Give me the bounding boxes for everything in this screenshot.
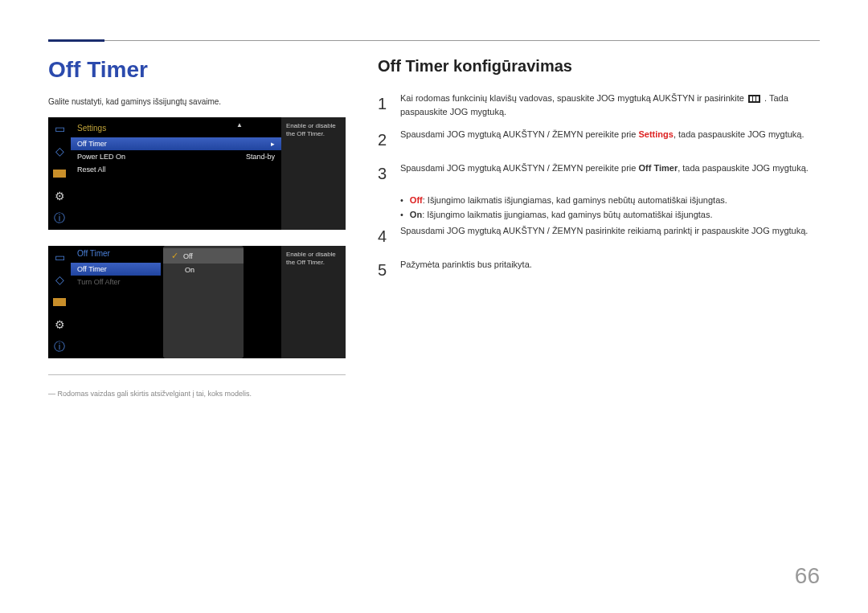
menu-item-label: Power LED On: [77, 153, 125, 161]
color-icon: [49, 163, 70, 184]
osd-hint: Enable or disable the Off Timer.: [281, 246, 346, 358]
monitor-icon: ▭: [49, 247, 70, 268]
step-3-sub-off: • Off: Išjungimo laikmatis išjungiamas, …: [400, 195, 820, 205]
footnote: ― Rodomas vaizdas gali skirtis atsižvelg…: [48, 390, 346, 398]
step-5: 5 Pažymėta parinktis bus pritaikyta.: [378, 258, 820, 282]
osd-hint: Enable or disable the Off Timer.: [281, 117, 346, 230]
page-number: 66: [795, 563, 820, 589]
info-icon: ⓘ: [49, 208, 70, 229]
color-icon: [49, 292, 70, 313]
check-icon: ✓: [171, 251, 178, 261]
osd-menu-list: Settings ▲ Off Timer ▸ Power LED On Stan…: [71, 117, 281, 230]
top-rule: [48, 40, 820, 41]
scroll-up-icon: ▲: [236, 121, 243, 129]
info-icon: ⓘ: [49, 337, 70, 358]
chevron-right-icon: ▸: [271, 140, 275, 148]
picture-icon: ◇: [49, 269, 70, 290]
gear-icon: ⚙: [49, 314, 70, 335]
step-1: 1 Kai rodomas funkcinių klavišų vadovas,…: [378, 92, 820, 118]
step-2: 2 Spausdami JOG mygtuką AUKŠTYN / ŽEMYN …: [378, 128, 820, 152]
menu-item-label: Turn Off After: [77, 278, 121, 286]
step-number: 5: [378, 258, 391, 282]
submenu-item-on[interactable]: On: [163, 264, 244, 276]
menu-item-power-led[interactable]: Power LED On Stand-by: [71, 150, 281, 163]
menu-item-off-timer[interactable]: Off Timer ▸: [71, 137, 281, 150]
menu-item-label: Off Timer: [77, 265, 107, 273]
osd-off-timer: ▭ ◇ ⚙ ⓘ Off Timer Off Timer: [48, 246, 346, 358]
step-number: 3: [378, 161, 391, 186]
menu-item-off-timer-2[interactable]: Off Timer: [71, 263, 161, 276]
osd-menu-icon: [748, 95, 760, 103]
osd2-title: Off Timer: [71, 246, 161, 263]
section-desc: Galite nustatyti, kad gaminys išsijungtų…: [48, 97, 346, 106]
osd-sidebar: ▭ ◇ ⚙ ⓘ: [48, 117, 71, 230]
gear-icon: ⚙: [49, 186, 70, 206]
step-number: 1: [378, 92, 391, 118]
submenu-item-off[interactable]: ✓ Off: [163, 248, 244, 264]
divider: [48, 374, 346, 375]
step-number: 4: [378, 224, 391, 248]
menu-item-label: Reset All: [77, 166, 106, 174]
picture-icon: ◇: [49, 141, 70, 161]
osd-settings: ▭ ◇ ⚙ ⓘ Settings ▲ Off Timer ▸: [48, 117, 346, 230]
menu-item-reset-all[interactable]: Reset All: [71, 163, 281, 176]
step-number: 2: [378, 128, 391, 152]
submenu-item-label: Off: [183, 252, 193, 260]
osd-sidebar: ▭ ◇ ⚙ ⓘ: [48, 246, 71, 358]
osd-title: Settings ▲: [71, 121, 281, 137]
section-title-right: Off Timer konfigūravimas: [378, 57, 820, 76]
section-title-left: Off Timer: [48, 57, 346, 83]
step-3: 3 Spausdami JOG mygtuką AUKŠTYN / ŽEMYN …: [378, 161, 820, 186]
monitor-icon: ▭: [49, 118, 70, 139]
osd-submenu: ✓ Off On: [163, 246, 244, 358]
menu-item-turn-off-after: Turn Off After: [71, 276, 161, 288]
submenu-item-label: On: [185, 266, 194, 274]
menu-item-label: Off Timer: [77, 140, 107, 148]
step-3-sub-on: • On: Išjungimo laikmatis įjungiamas, ka…: [400, 210, 820, 219]
menu-item-value: Stand-by: [246, 153, 275, 161]
step-4: 4 Spausdami JOG mygtuką AUKŠTYN / ŽEMYN …: [378, 224, 820, 248]
